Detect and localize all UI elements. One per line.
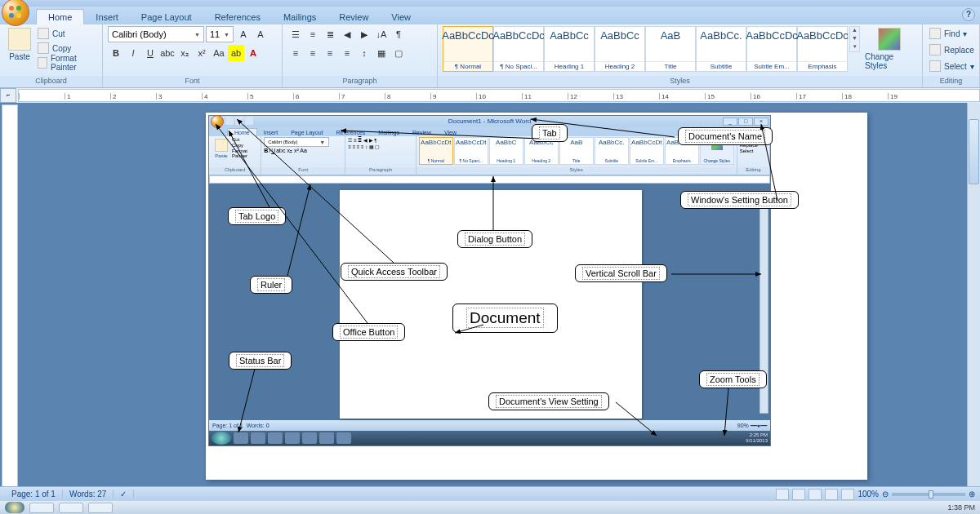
paragraph-label: Paragraph xyxy=(283,76,437,87)
document-page[interactable]: Document1 - Microsoft Word _□× HomeInser… xyxy=(206,113,867,480)
status-proof[interactable]: ✓ xyxy=(114,490,134,498)
zoom-in-button[interactable]: ⊕ xyxy=(969,490,975,498)
case-button[interactable]: Aa xyxy=(211,45,227,61)
ruler-bar: ⌐ 12345678910111213141516171819 xyxy=(0,88,980,103)
zoom-out-button[interactable]: ⊖ xyxy=(882,490,889,498)
styles-more-button[interactable]: ▲▼▾ xyxy=(849,26,860,52)
inner-quick-access xyxy=(225,117,253,125)
cut-button[interactable]: Cut xyxy=(36,26,97,41)
styles-gallery[interactable]: AaBbCcDc¶ NormalAaBbCcDc¶ No Spaci...AaB… xyxy=(443,26,848,72)
style-option[interactable]: AaBbCcHeading 2 xyxy=(595,26,645,72)
view-print-button[interactable] xyxy=(776,489,789,500)
view-full-button[interactable] xyxy=(792,489,805,500)
paste-button[interactable]: Paste xyxy=(5,26,34,63)
change-styles-button[interactable]: Change Styles xyxy=(862,26,917,72)
select-icon xyxy=(929,60,941,72)
indent-dec-button[interactable]: ◀ xyxy=(339,26,355,42)
start-button[interactable] xyxy=(5,502,24,513)
font-color-button[interactable]: A xyxy=(245,45,261,61)
shrink-font-button[interactable]: A xyxy=(252,26,269,42)
sort-button[interactable]: ↓A xyxy=(373,26,390,42)
style-option[interactable]: AaBbCcDc¶ Normal xyxy=(443,26,493,72)
svg-point-3 xyxy=(16,13,21,18)
ruler-corner[interactable]: ⌐ xyxy=(0,88,16,103)
taskbar-clock[interactable]: 1:38 PM xyxy=(947,503,975,512)
bullets-button[interactable]: ☰ xyxy=(287,26,304,42)
style-option[interactable]: AaBbCcDcEmphasis xyxy=(797,26,848,72)
tab-review[interactable]: Review xyxy=(327,10,380,24)
scrollbar-thumb[interactable] xyxy=(969,119,979,184)
tab-home[interactable]: Home xyxy=(36,9,84,24)
select-button[interactable]: Select ▾ xyxy=(928,59,976,73)
find-button[interactable]: Find ▾ xyxy=(928,26,969,41)
tab-references[interactable]: References xyxy=(203,10,272,24)
line-spacing-button[interactable]: ↕ xyxy=(356,45,372,61)
change-styles-icon xyxy=(878,28,901,51)
help-button[interactable]: ? xyxy=(962,8,975,21)
clipboard-label: Clipboard xyxy=(0,76,102,87)
highlight-button[interactable]: ab xyxy=(228,45,244,61)
inner-statusbar: Page: 1 of 1 Words: 0 90% ━━●━━ xyxy=(209,420,770,431)
callout-quick-access: Quick Access Toolbar xyxy=(341,263,448,281)
inner-ruler xyxy=(209,175,770,184)
status-words[interactable]: Words: 27 xyxy=(63,490,114,498)
tab-mailings[interactable]: Mailings xyxy=(272,10,327,24)
callout-dialog: Dialog Button xyxy=(457,230,532,248)
view-web-button[interactable] xyxy=(808,489,822,500)
superscript-button[interactable]: x² xyxy=(194,45,210,61)
callout-tab-logo: Tab Logo xyxy=(228,207,286,225)
svg-point-0 xyxy=(9,6,14,11)
grow-font-button[interactable]: A xyxy=(235,26,252,42)
justify-button[interactable]: ≡ xyxy=(339,45,355,61)
indent-inc-button[interactable]: ▶ xyxy=(356,26,372,42)
underline-button[interactable]: U xyxy=(142,45,158,61)
callout-win-setting: Window's Setting Button xyxy=(680,191,799,209)
tab-insert[interactable]: Insert xyxy=(84,10,130,24)
style-option[interactable]: AaBbCcDcSubtle Em... xyxy=(746,26,797,72)
brush-icon xyxy=(38,57,47,69)
italic-button[interactable]: I xyxy=(125,45,141,61)
taskbar-app[interactable] xyxy=(29,503,54,513)
callout-doc-name: Document's Name xyxy=(678,127,773,145)
subscript-button[interactable]: x₂ xyxy=(176,45,193,61)
view-outline-button[interactable] xyxy=(825,489,838,500)
style-option[interactable]: AaBTitle xyxy=(645,26,696,72)
multilevel-button[interactable]: ≣ xyxy=(322,26,338,42)
numbering-button[interactable]: ≡ xyxy=(305,26,321,42)
shading-button[interactable]: ▦ xyxy=(373,45,390,61)
style-option[interactable]: AaBbCcHeading 1 xyxy=(544,26,595,72)
vertical-ruler[interactable] xyxy=(2,104,18,499)
editing-label: Editing xyxy=(923,76,979,87)
callout-vscroll: Vertical Scroll Bar xyxy=(575,264,667,282)
find-icon xyxy=(929,28,941,39)
align-left-button[interactable]: ≡ xyxy=(287,45,304,61)
show-marks-button[interactable]: ¶ xyxy=(390,26,407,42)
borders-button[interactable]: ▢ xyxy=(390,45,407,61)
office-button[interactable] xyxy=(2,0,29,26)
callout-view-setting: Document's View Setting xyxy=(488,392,609,410)
style-option[interactable]: AaBbCc.Subtitle xyxy=(696,26,746,72)
font-size-select[interactable]: 11▼ xyxy=(206,26,234,42)
vertical-scrollbar[interactable] xyxy=(967,103,980,499)
taskbar-app[interactable] xyxy=(88,503,113,513)
align-right-button[interactable]: ≡ xyxy=(322,45,338,61)
zoom-percent[interactable]: 100% xyxy=(858,490,879,498)
format-painter-button[interactable]: Format Painter xyxy=(36,55,97,70)
callout-office: Office Button xyxy=(332,323,405,341)
style-option[interactable]: AaBbCcDc¶ No Spaci... xyxy=(493,26,544,72)
paste-icon xyxy=(8,28,31,51)
bold-button[interactable]: B xyxy=(108,45,124,61)
horizontal-ruler[interactable]: 12345678910111213141516171819 xyxy=(18,89,980,102)
align-center-button[interactable]: ≡ xyxy=(305,45,321,61)
status-page[interactable]: Page: 1 of 1 xyxy=(5,490,63,498)
tab-view[interactable]: View xyxy=(380,10,422,24)
tab-page-layout[interactable]: Page Layout xyxy=(130,10,203,24)
zoom-slider[interactable] xyxy=(892,493,965,496)
strike-button[interactable]: abc xyxy=(159,45,176,61)
view-draft-button[interactable] xyxy=(841,489,854,500)
copy-icon xyxy=(38,42,49,54)
replace-button[interactable]: Replace xyxy=(928,42,976,57)
callout-status: Status Bar xyxy=(229,352,292,370)
taskbar-app[interactable] xyxy=(59,503,83,513)
font-family-select[interactable]: Calibri (Body)▼ xyxy=(108,26,204,42)
